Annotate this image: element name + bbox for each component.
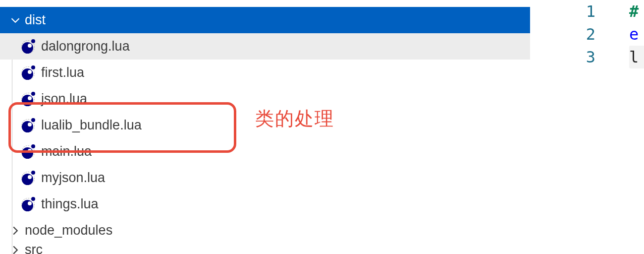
file-item[interactable]: main.lua (0, 138, 530, 165)
editor-content[interactable]: # e l (629, 0, 644, 68)
editor-gutter: 1 2 3 (574, 0, 601, 82)
lua-icon (21, 144, 35, 159)
lua-icon (21, 118, 35, 132)
folder-node-modules[interactable]: node_modules (0, 217, 530, 244)
file-label: main.lua (41, 144, 92, 159)
folder-label: dist (25, 12, 46, 28)
code-token: e (629, 25, 639, 44)
file-label: json.lua (41, 91, 87, 107)
lua-icon (21, 171, 35, 185)
code-token: # (629, 2, 639, 21)
line-number: 3 (574, 46, 601, 68)
line-number: 2 (574, 23, 601, 46)
file-item[interactable]: dalongrong.lua (0, 33, 530, 60)
lua-icon (21, 92, 35, 106)
chevron-right-icon (9, 224, 22, 237)
chevron-right-icon (9, 244, 22, 254)
lua-icon (21, 65, 35, 80)
file-label: dalongrong.lua (41, 39, 130, 54)
file-label: first.lua (41, 65, 84, 80)
code-token: l (629, 48, 639, 66)
folder-src[interactable]: src (0, 244, 530, 254)
line-number: 1 (574, 0, 601, 23)
file-label: things.lua (41, 196, 99, 212)
folder-label: src (25, 244, 43, 254)
annotation-text: 类的处理 (255, 106, 334, 131)
file-label: lualib_bundle.lua (41, 118, 142, 133)
file-item[interactable]: first.lua (0, 60, 530, 86)
folder-label: node_modules (25, 223, 112, 238)
chevron-down-icon (9, 14, 22, 27)
lua-icon (21, 39, 35, 54)
lua-icon (21, 197, 35, 211)
file-item[interactable]: things.lua (0, 191, 530, 217)
code-editor[interactable]: 1 2 3 # e l (574, 0, 644, 82)
file-label: myjson.lua (41, 170, 105, 186)
file-item[interactable]: myjson.lua (0, 165, 530, 191)
folder-dist[interactable]: dist (0, 7, 530, 33)
